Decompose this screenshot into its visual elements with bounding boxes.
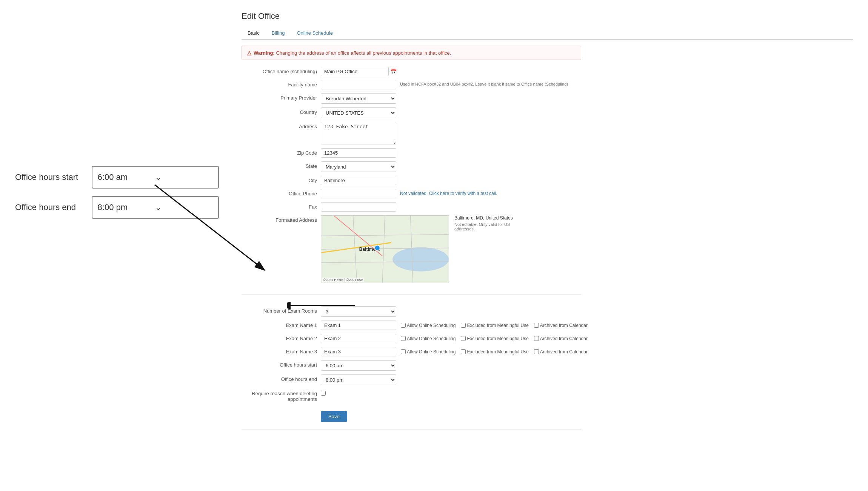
facility-name-input[interactable] [321,80,396,89]
address-row: Address 123 Fake Street [242,122,853,144]
fax-input[interactable] [321,202,396,212]
page-container: Office hours start 6:00 am ⌄ Office hour… [0,0,868,491]
country-row: Country UNITED STATES [242,107,853,118]
exam1-excluded-mu-checkbox[interactable] [461,323,466,328]
office-hours-start-label: Office hours start [242,360,317,368]
arrow-indicator [151,181,272,287]
bottom-divider [242,430,581,430]
exam3-label: Exam Name 3 [242,347,317,354]
save-row: Save [242,406,853,422]
exam3-archived-label[interactable]: Archived from Calendar [534,349,588,354]
facility-name-help: Used in HCFA box#32 and UB04 box#2. Leav… [400,80,568,86]
country-select[interactable]: UNITED STATES [321,107,396,118]
office-hours-end-label: Office hours end [242,374,317,382]
exam2-allow-online-text: Allow Online Scheduling [407,336,456,341]
exam2-archived-label[interactable]: Archived from Calendar [534,336,588,341]
office-hours-start-row: Office hours start 6:00 am [242,360,853,371]
exam2-excluded-mu-checkbox[interactable] [461,336,466,341]
tabs-bar: Basic Billing Online Schedule [242,27,853,40]
exam1-controls: Allow Online Scheduling Excluded from Me… [321,321,588,330]
exam1-row: Exam Name 1 Allow Online Scheduling Excl… [242,321,853,330]
city-input[interactable] [321,176,396,185]
tab-basic[interactable]: Basic [242,27,266,40]
exam1-excluded-mu-text: Excluded from Meaningful Use [467,323,528,328]
exam3-allow-online-label[interactable]: Allow Online Scheduling [401,349,456,354]
exam3-controls: Allow Online Scheduling Excluded from Me… [321,347,588,356]
state-select[interactable]: Maryland [321,161,396,172]
exam2-checkboxes: Allow Online Scheduling Excluded from Me… [401,336,588,341]
tab-billing[interactable]: Billing [266,27,291,40]
exam1-label: Exam Name 1 [242,321,317,328]
map-placeholder: Baltimore ©2021 HERE | ©2021 use [321,216,449,283]
svg-point-5 [392,247,449,272]
formatted-address-value: Baltimore, MD, United States [454,215,522,221]
state-row: State Maryland [242,161,853,172]
exam1-allow-online-text: Allow Online Scheduling [407,323,456,328]
address-input[interactable]: 123 Fake Street [321,122,396,144]
office-hours-end-row: Office hours end 8:00 pm [242,374,853,385]
form-section: Office name (scheduling) 📅 Facility name… [242,67,853,422]
tab-online-schedule[interactable]: Online Schedule [291,27,339,40]
primary-provider-select[interactable]: Brendan Wilberton [321,93,396,104]
map-container: Baltimore ©2021 HERE | ©2021 use [321,215,449,283]
calendar-icon[interactable]: 📅 [390,69,397,75]
exam3-input[interactable] [321,347,396,356]
exam2-controls: Allow Online Scheduling Excluded from Me… [321,334,588,343]
oh-start-label: Office hours start [15,172,84,182]
exam1-archived-label[interactable]: Archived from Calendar [534,323,588,328]
office-name-label: Office name (scheduling) [242,67,317,74]
phone-help-link[interactable]: Not validated. Click here to verify with… [400,189,497,196]
exam2-allow-online-checkbox[interactable] [401,336,406,341]
main-content: Edit Office Basic Billing Online Schedul… [242,11,868,430]
warning-text: Warning: Changing the address of an offi… [254,50,451,56]
exam1-allow-online-label[interactable]: Allow Online Scheduling [401,323,456,328]
exam2-archived-checkbox[interactable] [534,336,539,341]
fax-row: Fax [242,202,853,212]
exam2-input[interactable] [321,334,396,343]
exam3-excluded-mu-checkbox[interactable] [461,349,466,354]
office-phone-input[interactable] [321,189,396,198]
formatted-address-row: Formatted Address [242,215,853,283]
exam3-archived-text: Archived from Calendar [540,349,588,354]
exam3-allow-online-checkbox[interactable] [401,349,406,354]
office-name-row: Office name (scheduling) 📅 [242,67,853,76]
exam1-archived-checkbox[interactable] [534,323,539,328]
exam2-excluded-mu-label[interactable]: Excluded from Meaningful Use [461,336,528,341]
exam2-allow-online-label[interactable]: Allow Online Scheduling [401,336,456,341]
office-hours-start-select[interactable]: 6:00 am [321,360,396,371]
office-name-input[interactable] [321,67,389,76]
primary-provider-label: Primary Provider [242,93,317,101]
zip-code-input[interactable] [321,148,396,158]
exam3-archived-checkbox[interactable] [534,349,539,354]
warning-prefix: Warning: [254,50,275,56]
save-button[interactable]: Save [321,411,347,422]
require-reason-row: Require reason when deleting appointment… [242,389,853,402]
warning-icon: △ [247,50,251,56]
oh-start-value-big: 6:00 am [98,172,155,182]
require-reason-checkbox[interactable] [321,391,326,396]
exam3-allow-online-text: Allow Online Scheduling [407,349,456,354]
map-info: Baltimore, MD, United States Not editabl… [454,215,522,231]
exam1-allow-online-checkbox[interactable] [401,323,406,328]
zip-code-label: Zip Code [242,148,317,156]
exam1-archived-text: Archived from Calendar [540,323,588,328]
state-label: State [242,161,317,169]
exam3-row: Exam Name 3 Allow Online Scheduling Excl… [242,347,853,356]
exam2-archived-text: Archived from Calendar [540,336,588,341]
warning-message: Changing the address of an office affect… [276,50,451,56]
exam3-excluded-mu-text: Excluded from Meaningful Use [467,349,528,354]
facility-name-row: Facility name Used in HCFA box#32 and UB… [242,80,853,89]
office-name-wrap: 📅 [321,67,397,76]
oh-start-chevron-icon: ⌄ [155,173,213,182]
svg-line-1 [155,185,257,264]
address-label: Address [242,122,317,129]
exam2-label: Exam Name 2 [242,334,317,341]
exam2-row: Exam Name 2 Allow Online Scheduling Excl… [242,334,853,343]
map-area: Baltimore ©2021 HERE | ©2021 use Baltimo… [321,215,522,283]
exam3-excluded-mu-label[interactable]: Excluded from Meaningful Use [461,349,528,354]
office-hours-end-select[interactable]: 8:00 pm [321,374,396,385]
exam1-input[interactable] [321,321,396,330]
exam1-excluded-mu-label[interactable]: Excluded from Meaningful Use [461,323,528,328]
svg-point-15 [375,245,380,250]
zip-code-row: Zip Code [242,148,853,158]
